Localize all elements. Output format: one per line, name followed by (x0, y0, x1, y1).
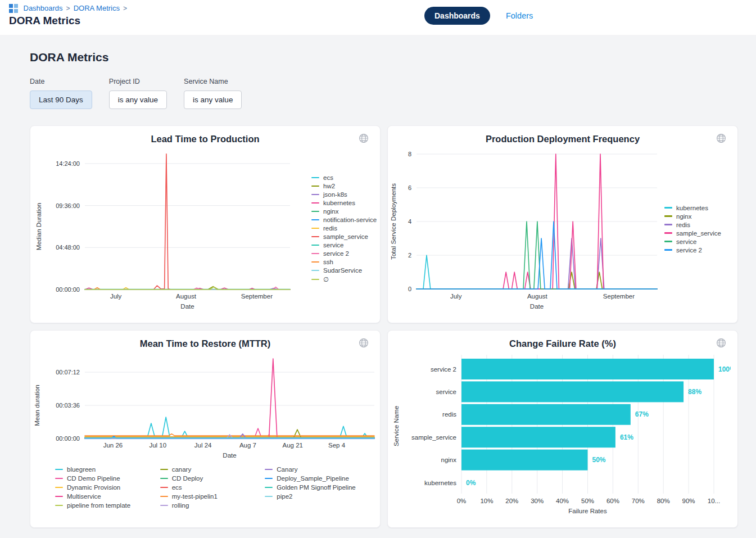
dashboard-content: DORA Metrics Date Last 90 Days Project I… (0, 51, 756, 528)
filter-bar: Date Last 90 Days Project ID is any valu… (30, 78, 726, 109)
svg-text:Jul 10: Jul 10 (149, 442, 166, 449)
legend-item[interactable]: nginx (311, 208, 377, 215)
chart-title: Production Deployment Frequency (388, 126, 737, 144)
legend-item[interactable]: kubernetes (311, 200, 377, 206)
legend-item[interactable]: canary (160, 466, 253, 473)
legend-item[interactable]: nginx (664, 213, 721, 220)
legend-item[interactable]: pipeline from template (55, 502, 148, 509)
legend-item[interactable]: sample_service (664, 230, 721, 237)
legend-label: ssh (323, 259, 333, 265)
legend-swatch (664, 241, 672, 242)
legend-item[interactable]: CD Deploy (160, 475, 253, 482)
svg-text:Service Name: Service Name (393, 406, 400, 446)
svg-text:Mean duration: Mean duration (34, 385, 40, 426)
svg-text:4: 4 (408, 218, 411, 225)
svg-text:04:48:00: 04:48:00 (56, 244, 80, 251)
filter-service-name-label: Service Name (184, 78, 242, 85)
legend-swatch (311, 270, 319, 272)
legend-swatch (55, 496, 63, 498)
filter-date-button[interactable]: Last 90 Days (30, 91, 92, 109)
legend-swatch (311, 228, 319, 229)
legend-item[interactable]: Multiservice (55, 493, 148, 500)
legend-swatch (311, 211, 319, 213)
globe-icon[interactable] (359, 133, 369, 146)
svg-text:sample_service: sample_service (411, 434, 456, 441)
breadcrumb-link-dashboards[interactable]: Dashboards (24, 4, 63, 12)
chart-card-change-failure-rate: Change Failure Rate (%) 0%10%20%30%40%50… (387, 330, 738, 528)
legend-item[interactable]: ecs (311, 174, 377, 181)
globe-icon-svg (716, 338, 726, 348)
svg-text:service: service (436, 388, 456, 395)
legend-swatch (664, 232, 672, 234)
filter-group-project-id: Project ID is any value (109, 78, 167, 109)
svg-text:Date: Date (223, 452, 236, 459)
legend-item[interactable]: ssh (311, 259, 377, 265)
legend-swatch (55, 487, 63, 489)
svg-text:50%: 50% (592, 456, 606, 464)
svg-text:Jun 26: Jun 26 (103, 442, 123, 449)
globe-icon-svg (359, 133, 369, 143)
legend-item[interactable]: service 2 (311, 250, 377, 257)
breadcrumb-link-dora-metrics[interactable]: DORA Metrics (74, 4, 120, 12)
legend-swatch (265, 496, 273, 498)
globe-icon[interactable] (716, 338, 726, 350)
legend-item[interactable]: bluegreen (55, 466, 148, 473)
filter-service-name-button[interactable]: is any value (184, 91, 242, 109)
legend-item[interactable]: SudarService (311, 267, 377, 274)
legend-item[interactable]: service 2 (664, 247, 721, 254)
legend-label: sample_service (323, 233, 368, 240)
legend-swatch (265, 487, 273, 489)
legend-label: nginx (323, 208, 339, 215)
svg-text:Total Service Deployments: Total Service Deployments (390, 183, 397, 260)
legend-item[interactable]: pipe2 (265, 493, 357, 500)
legend-item[interactable]: my-test-pipelin1 (160, 493, 253, 500)
legend-item[interactable]: Dynamic Provision (55, 484, 148, 491)
legend-swatch (311, 186, 319, 187)
chart-grid: Lead Time to Production 00:00:0004:48:00… (30, 125, 726, 528)
legend-item[interactable]: Golden PM Signoff Pipeline (265, 484, 357, 491)
legend-item[interactable]: ecs (160, 484, 253, 491)
legend-item[interactable]: redis (664, 221, 721, 228)
legend-item[interactable]: redis (311, 225, 377, 232)
legend-item[interactable]: hw2 (311, 183, 377, 189)
legend-label: CD Demo Pipeline (67, 475, 120, 482)
svg-text:70%: 70% (632, 498, 645, 504)
chart-canvas-mttr: 00:00:0000:03:3600:07:12Jun 26Jul 10Jul … (30, 349, 380, 463)
filter-project-id-button[interactable]: is any value (109, 91, 167, 109)
tab-folders[interactable]: Folders (506, 11, 533, 20)
legend-swatch (311, 219, 319, 221)
legend-label: service 2 (676, 247, 702, 254)
legend-item[interactable]: Canary (265, 466, 357, 473)
legend-item[interactable]: kubernetes (664, 205, 721, 211)
globe-icon-svg (716, 133, 726, 143)
legend-item[interactable]: service (311, 242, 377, 248)
svg-text:September: September (241, 293, 273, 300)
svg-text:40%: 40% (556, 498, 569, 504)
legend-item[interactable]: Deploy_Sample_Pipeline (265, 475, 357, 482)
breadcrumb: Dashboards > DORA Metrics > (9, 4, 747, 13)
tab-dashboards[interactable]: Dashboards (424, 7, 490, 25)
globe-icon[interactable] (359, 338, 369, 350)
svg-text:Failure Rates: Failure Rates (568, 508, 607, 514)
legend-item[interactable]: notification-service (311, 216, 377, 223)
filter-group-service-name: Service Name is any value (184, 78, 242, 109)
legend-label: ∅ (323, 275, 329, 283)
legend-swatch (311, 202, 319, 204)
legend-item[interactable]: rolling (160, 502, 253, 509)
breadcrumb-separator: > (123, 4, 127, 12)
legend-item[interactable]: service (664, 238, 721, 245)
chart-card-deployment-frequency: Production Deployment Frequency 02468Jul… (387, 125, 738, 323)
legend-label: ecs (323, 174, 333, 181)
svg-text:Jul 24: Jul 24 (194, 442, 212, 449)
legend-swatch (55, 505, 63, 507)
svg-text:0%: 0% (466, 479, 476, 487)
section-title: DORA Metrics (30, 51, 726, 64)
svg-text:Sep 4: Sep 4 (328, 442, 346, 449)
legend-item[interactable]: sample_service (311, 233, 377, 240)
svg-text:80%: 80% (657, 498, 670, 504)
legend-item[interactable]: json-k8s (311, 191, 377, 198)
legend-label: sample_service (676, 230, 721, 237)
globe-icon[interactable] (716, 133, 726, 146)
legend-item[interactable]: CD Demo Pipeline (55, 475, 148, 482)
legend-item[interactable]: ∅ (311, 275, 377, 283)
